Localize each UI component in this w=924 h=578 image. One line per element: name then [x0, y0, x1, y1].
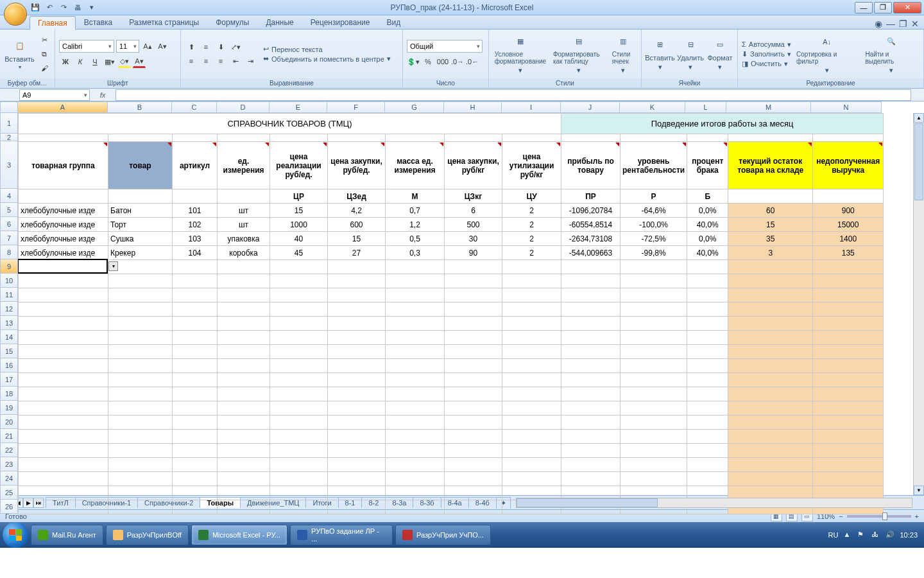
cell[interactable]: [328, 288, 386, 302]
cell[interactable]: [173, 359, 218, 373]
cell[interactable]: коробка: [218, 246, 270, 260]
cell[interactable]: упаковка: [218, 232, 270, 246]
currency-icon[interactable]: 💲▾: [407, 55, 420, 68]
column-header[interactable]: F: [327, 101, 385, 113]
align-top-icon[interactable]: ⬆: [185, 40, 198, 53]
cell[interactable]: Б: [687, 189, 728, 204]
cell[interactable]: [108, 416, 173, 430]
font-size-combo[interactable]: 11: [116, 40, 139, 53]
cell[interactable]: [218, 387, 270, 401]
cell[interactable]: [687, 317, 728, 331]
cell[interactable]: [108, 444, 173, 458]
cell[interactable]: 0,5: [386, 232, 445, 246]
data-validation-dropdown[interactable]: ▾: [108, 261, 118, 271]
clear-button[interactable]: ◨Очистить ▾: [742, 60, 791, 68]
cell[interactable]: [218, 345, 270, 359]
cell[interactable]: [270, 430, 328, 444]
cell[interactable]: [173, 302, 218, 317]
cell[interactable]: [728, 472, 813, 486]
cell[interactable]: цена закупки, руб/ед.: [328, 142, 386, 189]
font-name-combo[interactable]: Calibri: [59, 40, 114, 53]
maximize-button[interactable]: ❐: [874, 2, 892, 13]
cell[interactable]: [218, 134, 270, 142]
column-header[interactable]: E: [270, 101, 327, 113]
cell[interactable]: [813, 430, 884, 444]
cell[interactable]: [19, 387, 108, 401]
cell[interactable]: [19, 274, 108, 288]
cell[interactable]: 15: [728, 218, 813, 232]
cell[interactable]: [270, 486, 328, 500]
cell[interactable]: [813, 288, 884, 302]
cell[interactable]: [173, 345, 218, 359]
cell[interactable]: [561, 359, 620, 373]
cell[interactable]: -64,6%: [620, 204, 687, 218]
cell[interactable]: [173, 486, 218, 500]
cell[interactable]: [328, 486, 386, 500]
cell[interactable]: ПР: [561, 189, 620, 204]
cell[interactable]: [687, 373, 728, 387]
cell[interactable]: [561, 458, 620, 472]
cell[interactable]: 27: [328, 246, 386, 260]
cell[interactable]: [386, 444, 445, 458]
cell[interactable]: [108, 302, 173, 317]
cell[interactable]: [620, 430, 687, 444]
cell[interactable]: [108, 345, 173, 359]
cell[interactable]: 600: [328, 218, 386, 232]
cell[interactable]: [270, 458, 328, 472]
cell[interactable]: Батон: [108, 204, 173, 218]
cell[interactable]: [19, 444, 108, 458]
cell[interactable]: [173, 373, 218, 387]
horizontal-scrollbar[interactable]: [516, 498, 912, 508]
column-header[interactable]: H: [444, 101, 502, 113]
language-indicator[interactable]: RU: [828, 531, 839, 539]
tray-icon[interactable]: ▲: [843, 530, 852, 539]
paste-button[interactable]: 📋 Вставить ▾: [4, 37, 35, 71]
cell[interactable]: [328, 345, 386, 359]
cell[interactable]: [687, 387, 728, 401]
scrollbar-thumb[interactable]: [517, 498, 658, 507]
row-header[interactable]: 21: [0, 429, 18, 443]
cell[interactable]: [19, 486, 108, 500]
cell[interactable]: [687, 444, 728, 458]
cell[interactable]: СПРАВОЧНИК ТОВАРОВ (ТМЦ): [19, 114, 561, 134]
cell[interactable]: [218, 401, 270, 416]
increase-decimal-icon[interactable]: .0→: [451, 55, 464, 68]
cell[interactable]: [561, 274, 620, 288]
copy-icon[interactable]: ⧉: [38, 48, 51, 60]
cell[interactable]: [270, 317, 328, 331]
cell[interactable]: [445, 500, 502, 514]
row-header[interactable]: 18: [0, 387, 18, 401]
minimize-button[interactable]: —: [855, 2, 873, 13]
cell[interactable]: [386, 472, 445, 486]
cell[interactable]: [620, 458, 687, 472]
underline-button[interactable]: Ч: [89, 55, 101, 68]
cell[interactable]: [328, 260, 386, 274]
cell[interactable]: [502, 458, 561, 472]
cell[interactable]: [445, 331, 502, 345]
cell[interactable]: [108, 317, 173, 331]
cell[interactable]: [728, 458, 813, 472]
cell[interactable]: [270, 331, 328, 345]
row-header[interactable]: 9: [0, 259, 18, 274]
cell[interactable]: [218, 500, 270, 514]
row-header[interactable]: 25: [0, 486, 18, 500]
cell[interactable]: [218, 444, 270, 458]
border-icon[interactable]: ▦▾: [103, 55, 116, 68]
cell[interactable]: [561, 387, 620, 401]
cell[interactable]: [728, 302, 813, 317]
cell[interactable]: [687, 331, 728, 345]
cell[interactable]: [502, 288, 561, 302]
taskbar-item[interactable]: Microsoft Excel - РУ...: [191, 525, 287, 545]
help-icon[interactable]: ◉: [875, 19, 882, 29]
cell[interactable]: 0,0%: [687, 204, 728, 218]
cell[interactable]: [218, 416, 270, 430]
cell[interactable]: [620, 472, 687, 486]
start-button[interactable]: [3, 522, 28, 548]
cell[interactable]: [19, 430, 108, 444]
cell[interactable]: [813, 387, 884, 401]
decrease-indent-icon[interactable]: ⇤: [229, 55, 242, 67]
cell[interactable]: 102: [173, 218, 218, 232]
tab-review[interactable]: Рецензирование: [302, 15, 379, 29]
cell[interactable]: [173, 134, 218, 142]
increase-font-icon[interactable]: A▴: [141, 40, 154, 53]
